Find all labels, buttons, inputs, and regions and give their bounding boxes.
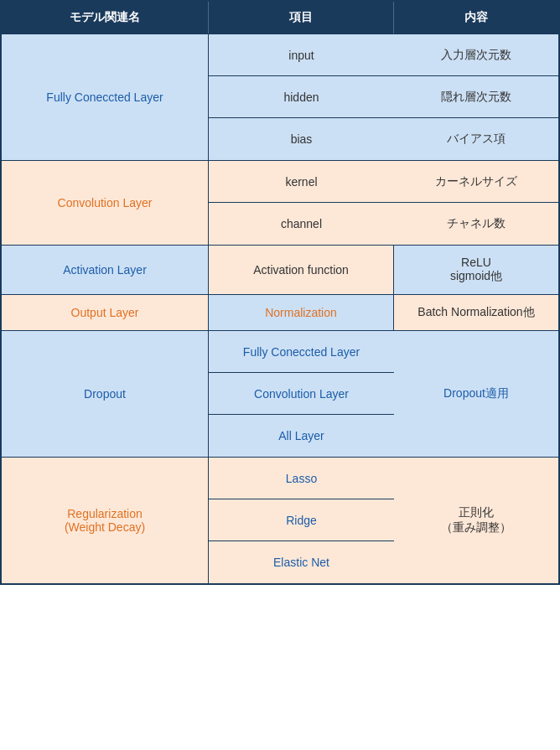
- section-regularization: Regularization (Weight Decay) Lasso Ridg…: [2, 457, 558, 583]
- dropout-item-conv: Convolution Layer: [209, 373, 394, 415]
- activation-item: Activation function: [209, 246, 394, 294]
- reg-item-lasso: Lasso: [209, 458, 394, 499]
- conv-item-kernel: kernel: [209, 161, 394, 203]
- activation-label: Activation Layer: [2, 246, 209, 294]
- convolution-items: kernel channel: [209, 161, 394, 245]
- fc-item-hidden: hidden: [209, 76, 394, 118]
- fc-content-bias: バイアス項: [394, 118, 558, 160]
- output-content: Batch Normalization他: [394, 295, 558, 330]
- fc-content-hidden: 隠れ層次元数: [394, 76, 558, 118]
- dropout-items: Fully Coneccted Layer Convolution Layer …: [209, 331, 394, 457]
- activation-content: ReLU sigmoid他: [394, 246, 558, 294]
- fully-connected-contents: 入力層次元数 隠れ層次元数 バイアス項: [394, 34, 558, 160]
- regularization-label: Regularization (Weight Decay): [2, 458, 209, 583]
- section-output: Output Layer Normalization Batch Normali…: [2, 294, 558, 330]
- section-convolution: Convolution Layer kernel channel カーネルサイズ…: [2, 160, 558, 245]
- fc-item-input: input: [209, 34, 394, 76]
- reg-item-ridge: Ridge: [209, 499, 394, 541]
- section-activation: Activation Layer Activation function ReL…: [2, 245, 558, 294]
- dropout-label: Dropout: [2, 331, 209, 457]
- header-col1: モデル関連名: [2, 2, 209, 34]
- output-item: Normalization: [209, 295, 394, 330]
- regularization-items: Lasso Ridge Elastic Net: [209, 458, 394, 583]
- conv-content-channel: チャネル数: [394, 203, 558, 245]
- table-header: モデル関連名 項目 内容: [2, 2, 558, 34]
- reg-item-elastic: Elastic Net: [209, 541, 394, 583]
- section-dropout: Dropout Fully Coneccted Layer Convolutio…: [2, 330, 558, 457]
- conv-item-channel: channel: [209, 203, 394, 245]
- dropout-content: Dropout適用: [394, 331, 558, 457]
- main-table: モデル関連名 項目 内容 Fully Coneccted Layer input…: [0, 0, 560, 585]
- dropout-item-fc: Fully Coneccted Layer: [209, 331, 394, 373]
- dropout-item-all: All Layer: [209, 415, 394, 457]
- conv-content-kernel: カーネルサイズ: [394, 161, 558, 203]
- fully-connected-label: Fully Coneccted Layer: [2, 34, 209, 160]
- section-fully-connected: Fully Coneccted Layer input hidden bias …: [2, 34, 558, 160]
- header-col2: 項目: [209, 2, 394, 34]
- fc-content-input: 入力層次元数: [394, 34, 558, 76]
- fc-item-bias: bias: [209, 118, 394, 160]
- output-label: Output Layer: [2, 295, 209, 330]
- convolution-label: Convolution Layer: [2, 161, 209, 245]
- fully-connected-items: input hidden bias: [209, 34, 394, 160]
- regularization-content: 正則化 （重み調整）: [394, 458, 558, 583]
- convolution-contents: カーネルサイズ チャネル数: [394, 161, 558, 245]
- header-col3: 内容: [394, 2, 558, 34]
